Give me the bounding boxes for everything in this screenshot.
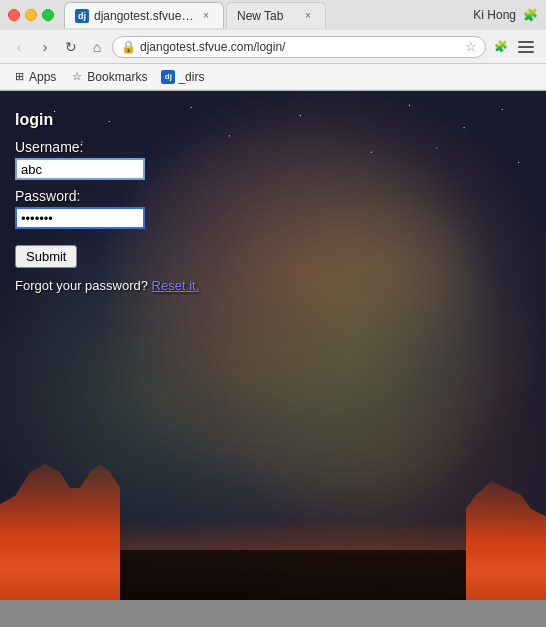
username-input[interactable] bbox=[15, 158, 145, 180]
bookmark-star-icon[interactable]: ☆ bbox=[465, 39, 477, 54]
lock-icon: 🔒 bbox=[121, 40, 136, 54]
user-area: Ki Hong 🧩 bbox=[473, 7, 538, 23]
minimize-window-button[interactable] bbox=[25, 9, 37, 21]
tab-label-djangotest: djangotest.sfvue.com bbox=[94, 9, 194, 23]
back-button[interactable]: ‹ bbox=[8, 36, 30, 58]
close-window-button[interactable] bbox=[8, 9, 20, 21]
page-content: login Username: Password: Submit Forgot … bbox=[0, 91, 546, 600]
nav-bar: ‹ › ↻ ⌂ 🔒 djangotest.sfvue.com/login/ ☆ … bbox=[0, 30, 546, 64]
login-title: login bbox=[15, 111, 199, 129]
hamburger-icon bbox=[516, 36, 538, 58]
user-label: Ki Hong bbox=[473, 8, 516, 22]
browser-chrome: dj djangotest.sfvue.com × New Tab × Ki H… bbox=[0, 0, 546, 91]
menu-button[interactable] bbox=[516, 36, 538, 58]
bookmarks-label: Bookmarks bbox=[87, 70, 147, 84]
reset-link[interactable]: Reset it. bbox=[152, 278, 200, 293]
bookmarks-apps[interactable]: ⊞ Apps bbox=[8, 68, 60, 86]
home-button[interactable]: ⌂ bbox=[86, 36, 108, 58]
login-form-container: login Username: Password: Submit Forgot … bbox=[0, 91, 214, 313]
tab-newtab[interactable]: New Tab × bbox=[226, 2, 326, 28]
apps-grid-icon: ⊞ bbox=[12, 70, 26, 84]
bookmarks-dirs[interactable]: dj _dirs bbox=[157, 68, 208, 86]
title-bar: dj djangotest.sfvue.com × New Tab × Ki H… bbox=[0, 0, 546, 30]
bookmarks-bar: ⊞ Apps ☆ Bookmarks dj _dirs bbox=[0, 64, 546, 90]
tab-label-newtab: New Tab bbox=[237, 9, 296, 23]
address-text: djangotest.sfvue.com/login/ bbox=[140, 40, 285, 54]
apps-label: Apps bbox=[29, 70, 56, 84]
username-group: Username: bbox=[15, 139, 199, 180]
address-bar[interactable]: 🔒 djangotest.sfvue.com/login/ ☆ bbox=[112, 36, 486, 58]
reload-button[interactable]: ↻ bbox=[60, 36, 82, 58]
tab-close-djangotest[interactable]: × bbox=[199, 9, 213, 23]
dirs-favicon: dj bbox=[161, 70, 175, 84]
forgot-password-text: Forgot your password? Reset it. bbox=[15, 278, 199, 293]
dirs-label: _dirs bbox=[178, 70, 204, 84]
password-group: Password: bbox=[15, 188, 199, 229]
password-input[interactable] bbox=[15, 207, 145, 229]
extensions-nav-icon[interactable]: 🧩 bbox=[490, 36, 512, 58]
tab-djangotest[interactable]: dj djangotest.sfvue.com × bbox=[64, 2, 224, 28]
password-label: Password: bbox=[15, 188, 199, 204]
maximize-window-button[interactable] bbox=[42, 9, 54, 21]
extensions-icon[interactable]: 🧩 bbox=[522, 7, 538, 23]
tab-close-newtab[interactable]: × bbox=[301, 9, 315, 23]
tab-bar: dj djangotest.sfvue.com × New Tab × bbox=[64, 2, 473, 28]
traffic-lights bbox=[8, 9, 54, 21]
bookmarks-bookmarks[interactable]: ☆ Bookmarks bbox=[66, 68, 151, 86]
forward-button[interactable]: › bbox=[34, 36, 56, 58]
submit-button[interactable]: Submit bbox=[15, 245, 77, 268]
bookmarks-star-icon: ☆ bbox=[70, 70, 84, 84]
forgot-password-label: Forgot your password? bbox=[15, 278, 148, 293]
tab-favicon-djangotest: dj bbox=[75, 9, 89, 23]
username-label: Username: bbox=[15, 139, 199, 155]
